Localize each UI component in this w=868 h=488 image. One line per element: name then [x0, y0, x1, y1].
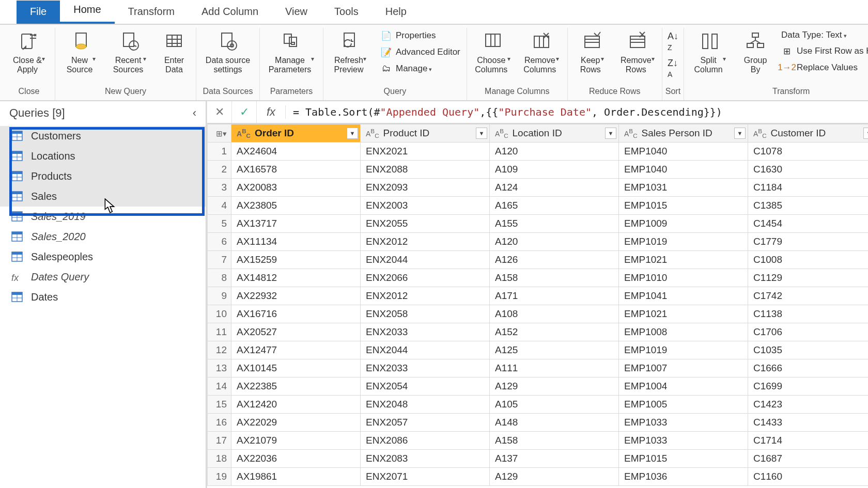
table-cell[interactable]: AX23805: [231, 197, 361, 215]
tab-help[interactable]: Help: [372, 1, 420, 24]
group-by-button[interactable]: Group By: [736, 28, 775, 76]
table-cell[interactable]: EMP1015: [619, 450, 748, 468]
table-cell[interactable]: AX14812: [231, 269, 361, 287]
column-header-customer-id[interactable]: ABCCustomer ID▼: [748, 124, 869, 143]
row-number[interactable]: 12: [208, 341, 231, 359]
table-cell[interactable]: A158: [490, 269, 619, 287]
table-row[interactable]: 2AX16578ENX2088A109EMP1040C1630: [208, 161, 869, 179]
table-cell[interactable]: C1706: [748, 323, 869, 341]
query-item-dates[interactable]: Dates: [0, 287, 206, 307]
table-cell[interactable]: C1078: [748, 143, 869, 161]
table-cell[interactable]: ENX2003: [361, 197, 490, 215]
tab-transform[interactable]: Transform: [115, 1, 188, 24]
table-row[interactable]: 9AX22932ENX2012A171EMP1041C1742: [208, 287, 869, 305]
table-row[interactable]: 16AX22029ENX2057A148EMP1033C1433: [208, 414, 869, 432]
table-cell[interactable]: A120: [490, 233, 619, 251]
keep-rows-button[interactable]: Keep Rows: [571, 28, 613, 76]
table-cell[interactable]: A148: [490, 414, 619, 432]
table-cell[interactable]: A108: [490, 305, 619, 323]
table-row[interactable]: 10AX16716ENX2058A108EMP1021C1138: [208, 305, 869, 323]
data-source-settings-button[interactable]: Data source settings: [199, 28, 256, 76]
remove-columns-button[interactable]: Remove Columns: [519, 28, 564, 76]
table-cell[interactable]: ENX2033: [361, 359, 490, 377]
table-cell[interactable]: EMP1009: [619, 215, 748, 233]
table-cell[interactable]: EMP1007: [619, 359, 748, 377]
close-apply-button[interactable]: Close & Apply: [6, 28, 52, 76]
table-cell[interactable]: A105: [490, 396, 619, 414]
table-cell[interactable]: A120: [490, 143, 619, 161]
row-number[interactable]: 8: [208, 269, 231, 287]
table-row[interactable]: 19AX19861ENX2071A129EMP1036C1160: [208, 468, 869, 486]
table-cell[interactable]: AX10145: [231, 359, 361, 377]
column-filter-dropdown[interactable]: ▼: [863, 128, 868, 139]
query-item-sales[interactable]: Sales: [0, 186, 206, 207]
table-row[interactable]: 18AX22036ENX2083A137EMP1015C1687: [208, 450, 869, 468]
table-cell[interactable]: A152: [490, 323, 619, 341]
table-row[interactable]: 12AX12477ENX2044A125EMP1019C1035: [208, 341, 869, 359]
sort-desc-button[interactable]: Z↓A: [668, 58, 678, 80]
split-column-button[interactable]: Split Column: [687, 28, 733, 76]
table-cell[interactable]: ENX2086: [361, 432, 490, 450]
table-cell[interactable]: C1779: [748, 233, 869, 251]
enter-data-button[interactable]: Enter Data: [156, 28, 193, 76]
row-number[interactable]: 13: [208, 359, 231, 377]
table-cell[interactable]: ENX2071: [361, 468, 490, 486]
data-type-button[interactable]: Data Type: Text: [778, 29, 868, 41]
row-number[interactable]: 9: [208, 287, 231, 305]
query-item-products[interactable]: Products: [0, 166, 206, 186]
query-item-customers[interactable]: Customers: [0, 126, 206, 146]
table-row[interactable]: 1AX24604ENX2021A120EMP1040C1078: [208, 143, 869, 161]
table-cell[interactable]: ENX2048: [361, 396, 490, 414]
table-row[interactable]: 8AX14812ENX2066A158EMP1010C1129: [208, 269, 869, 287]
table-row[interactable]: 15AX12420ENX2048A105EMP1005C1423: [208, 396, 869, 414]
table-cell[interactable]: EMP1041: [619, 287, 748, 305]
table-row[interactable]: 13AX10145ENX2033A111EMP1007C1666: [208, 359, 869, 377]
collapse-panel-button[interactable]: ‹: [193, 106, 196, 120]
recent-sources-button[interactable]: Recent Sources: [107, 28, 152, 76]
column-filter-dropdown[interactable]: ▼: [347, 128, 358, 139]
table-cell[interactable]: EMP1004: [619, 377, 748, 396]
table-row[interactable]: 4AX23805ENX2003A165EMP1015C1385: [208, 197, 869, 215]
replace-values-button[interactable]: 1→2Replace Values: [778, 61, 868, 74]
query-item-sales_2020[interactable]: Sales_2020: [0, 227, 206, 247]
table-cell[interactable]: EMP1040: [619, 143, 748, 161]
table-row[interactable]: 17AX21079ENX2086A158EMP1033C1714: [208, 432, 869, 450]
advanced-editor-button[interactable]: 📝Advanced Editor: [377, 45, 463, 59]
table-row[interactable]: 6AX11134ENX2012A120EMP1019C1779: [208, 233, 869, 251]
tab-add-column[interactable]: Add Column: [188, 1, 272, 24]
column-header-order-id[interactable]: ABCOrder ID▼: [231, 124, 361, 143]
data-grid[interactable]: ⊞▾ABCOrder ID▼ABCProduct ID▼ABCLocation …: [207, 124, 868, 488]
table-cell[interactable]: A124: [490, 179, 619, 197]
query-item-salespeoples[interactable]: Salespeoples: [0, 247, 206, 267]
table-cell[interactable]: C1454: [748, 215, 869, 233]
row-number[interactable]: 16: [208, 414, 231, 432]
table-select-all[interactable]: ⊞▾: [208, 124, 231, 143]
refresh-preview-button[interactable]: Refresh Preview: [327, 28, 374, 76]
row-number[interactable]: 19: [208, 468, 231, 486]
table-cell[interactable]: A129: [490, 377, 619, 396]
table-cell[interactable]: ENX2044: [361, 251, 490, 269]
choose-columns-button[interactable]: Choose Columns: [470, 28, 516, 76]
table-cell[interactable]: C1742: [748, 287, 869, 305]
table-cell[interactable]: EMP1033: [619, 432, 748, 450]
first-row-headers-button[interactable]: ⊞Use First Row as Heade: [778, 44, 868, 58]
table-row[interactable]: 14AX22385ENX2054A129EMP1004C1699: [208, 377, 869, 396]
table-cell[interactable]: A109: [490, 161, 619, 179]
table-cell[interactable]: ENX2057: [361, 414, 490, 432]
table-cell[interactable]: A125: [490, 341, 619, 359]
table-cell[interactable]: EMP1021: [619, 305, 748, 323]
row-number[interactable]: 11: [208, 323, 231, 341]
properties-button[interactable]: 📄Properties: [377, 29, 463, 42]
row-number[interactable]: 14: [208, 377, 231, 396]
table-cell[interactable]: AX16578: [231, 161, 361, 179]
fx-icon[interactable]: fx: [257, 105, 286, 119]
table-cell[interactable]: AX22029: [231, 414, 361, 432]
query-item-sales_2019[interactable]: Sales_2019: [0, 207, 206, 227]
table-cell[interactable]: AX19861: [231, 468, 361, 486]
row-number[interactable]: 17: [208, 432, 231, 450]
table-cell[interactable]: EMP1033: [619, 414, 748, 432]
table-cell[interactable]: AX13717: [231, 215, 361, 233]
table-cell[interactable]: EMP1036: [619, 468, 748, 486]
table-cell[interactable]: EMP1021: [619, 251, 748, 269]
table-cell[interactable]: C1385: [748, 197, 869, 215]
